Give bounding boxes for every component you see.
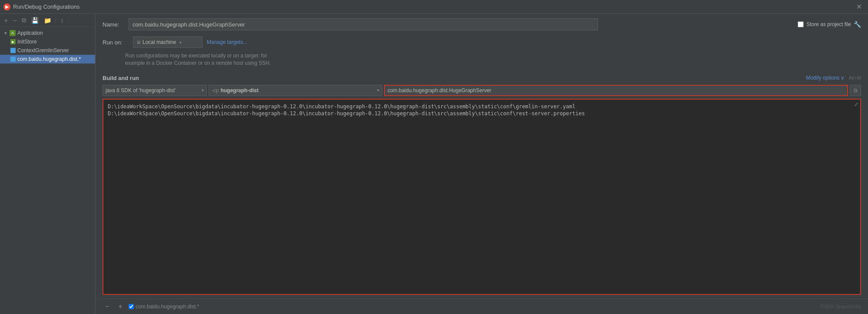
tree-group-arrow: ▼ (3, 31, 8, 36)
store-project-area: Store as project file 🔧 (798, 21, 861, 28)
build-run-title: Build and run (103, 75, 139, 81)
sort-button[interactable]: ↕ (59, 16, 65, 25)
expand-args-button[interactable]: ⤢ (854, 101, 858, 107)
cp-dropdown-arrow: ▾ (377, 88, 379, 93)
main-layout: + − ⧉ 💾 📁 ↕ ▼ A Application ▶ InitStore … (0, 14, 868, 314)
remove-config-button[interactable]: − (11, 16, 18, 25)
sidebar-tree: ▼ A Application ▶ InitStore ContextGreml… (0, 27, 95, 314)
save-config-button[interactable]: 💾 (30, 16, 40, 25)
name-input[interactable] (129, 18, 598, 30)
modify-options-area: Modify options ∨ Alt+M (806, 75, 861, 81)
watermark-label: CSDN @wudi5566 (821, 304, 861, 309)
app-icon: ▶ (3, 3, 10, 10)
local-machine-label: Local machine (142, 39, 176, 45)
contextgremlin-icon (10, 48, 16, 53)
bottom-item-label: com.baidu.hugegraph.dist.* (136, 304, 199, 310)
copy-main-class-button[interactable]: ⧉ (850, 85, 861, 96)
run-on-row: Run on: 🖥 Local machine ▾ Manage targets… (96, 35, 868, 50)
cp-flag-label: -cp (212, 87, 219, 94)
tree-group-application[interactable]: ▼ A Application (0, 29, 95, 37)
title-bar: ▶ Run/Debug Configurations ✕ (0, 0, 868, 14)
sidebar-toolbar: + − ⧉ 💾 📁 ↕ (0, 14, 95, 27)
bottom-checkbox-row: com.baidu.hugegraph.dist.* (129, 304, 199, 310)
cp-value-label: hugegraph-dist (221, 87, 258, 94)
hugegraph-dist-icon (10, 57, 16, 62)
description-area: Run configurations may be executed local… (96, 50, 868, 71)
sdk-dropdown-arrow: ▾ (202, 88, 204, 93)
sidebar-item-hugegraph-label: com.baidu.hugegraph.dist.* (17, 56, 81, 62)
add-config-button[interactable]: + (3, 16, 10, 25)
program-args-textarea[interactable] (103, 100, 860, 294)
open-folder-button[interactable]: 📁 (42, 16, 53, 25)
sidebar-item-contextgremlin-label: ContextGremlinServer (17, 47, 69, 53)
bottom-minus-button[interactable]: − (103, 302, 112, 311)
copy-config-button[interactable]: ⧉ (20, 16, 28, 25)
name-label: Name: (103, 21, 124, 28)
run-on-label: Run on: (103, 39, 129, 46)
sdk-dropdown[interactable]: java 8 SDK of 'hugegraph-dist' ▾ (103, 85, 207, 96)
sidebar-item-contextgremlinserver[interactable]: ContextGremlinServer (0, 46, 95, 55)
name-row: Name: Store as project file 🔧 (96, 14, 868, 35)
sidebar-item-initstore[interactable]: ▶ InitStore (0, 37, 95, 46)
main-class-input[interactable] (384, 85, 848, 96)
monitor-icon: 🖥 (136, 40, 141, 45)
bottom-item-checkbox[interactable] (129, 304, 134, 309)
description-line1: Run configurations may be executed local… (125, 52, 861, 60)
build-run-section: Build and run Modify options ∨ Alt+M jav… (96, 71, 868, 298)
store-project-checkbox[interactable] (798, 21, 804, 27)
manage-targets-link[interactable]: Manage targets... (207, 39, 247, 45)
build-run-header: Build and run Modify options ∨ Alt+M (103, 75, 861, 81)
application-group-icon: A (10, 30, 16, 36)
sdk-value-label: java 8 SDK of 'hugegraph-dist' (106, 87, 176, 94)
bottom-bar: − + com.baidu.hugegraph.dist.* CSDN @wud… (96, 298, 868, 314)
tree-group-label-text: Application (17, 30, 43, 36)
program-args-area: ⤢ (103, 99, 861, 295)
dialog-title: Run/Debug Configurations (13, 3, 854, 10)
sidebar-item-hugegraph-dist[interactable]: com.baidu.hugegraph.dist.* (0, 55, 95, 63)
modify-options-button[interactable]: Modify options ∨ (806, 75, 844, 81)
bottom-plus-button[interactable]: + (116, 302, 125, 311)
modify-options-shortcut: Alt+M (849, 75, 861, 80)
initstore-icon: ▶ (10, 39, 16, 44)
cp-dropdown[interactable]: -cp hugegraph-dist ▾ (209, 85, 382, 96)
modify-options-label: Modify options (806, 75, 839, 81)
modify-options-arrow: ∨ (841, 75, 845, 81)
sdk-row: java 8 SDK of 'hugegraph-dist' ▾ -cp hug… (103, 85, 861, 96)
sidebar-item-initstore-label: InitStore (17, 39, 37, 45)
store-project-icon: 🔧 (854, 21, 861, 28)
run-on-dropdown-arrow: ▾ (179, 40, 182, 45)
toolbar-separator (56, 17, 56, 23)
sidebar: + − ⧉ 💾 📁 ↕ ▼ A Application ▶ InitStore … (0, 14, 96, 314)
description-line2: example in a Docker Container or on a re… (125, 60, 861, 67)
content-area: Name: Store as project file 🔧 Run on: 🖥 … (96, 14, 868, 314)
close-button[interactable]: ✕ (854, 2, 865, 12)
run-on-dropdown[interactable]: 🖥 Local machine ▾ (133, 37, 202, 48)
store-project-label: Store as project file (806, 21, 851, 27)
